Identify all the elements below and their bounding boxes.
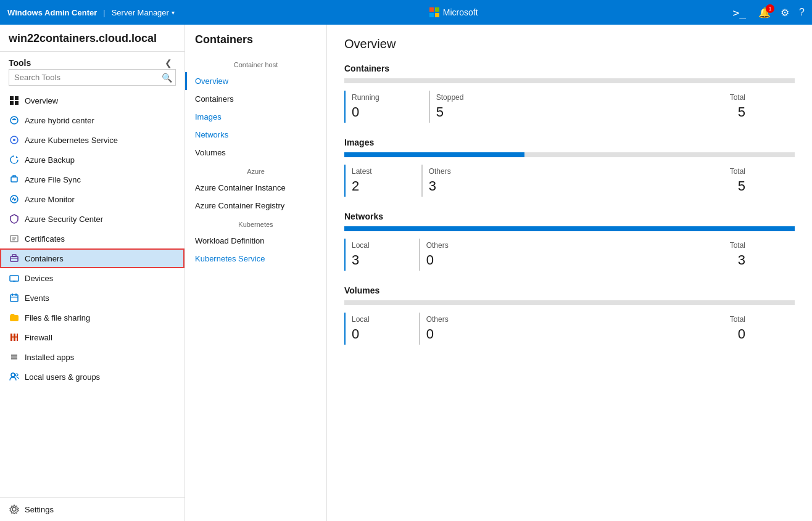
tools-header: Tools bbox=[9, 58, 161, 68]
sidebar-item-azure-k8s[interactable]: Azure Kubernetes Service bbox=[0, 130, 184, 150]
sidebar-item-azure-filesync[interactable]: Azure File Sync bbox=[0, 170, 184, 189]
images-others-label: Others bbox=[429, 167, 451, 176]
running-label: Running bbox=[352, 93, 379, 102]
monitor-icon bbox=[9, 194, 20, 205]
files-icon bbox=[9, 312, 20, 323]
stopped-label: Stopped bbox=[436, 93, 464, 102]
sidebar-item-overview[interactable]: Overview bbox=[0, 91, 184, 110]
notifications-icon[interactable]: 🔔 1 bbox=[758, 7, 771, 18]
sidebar-label-overview: Overview bbox=[25, 96, 176, 105]
app-title: Windows Admin Center bbox=[7, 8, 97, 17]
certificates-icon bbox=[9, 233, 20, 244]
volumes-others-label: Others bbox=[426, 315, 449, 324]
containers-nav-overview[interactable]: Overview bbox=[185, 72, 326, 90]
images-total-label: Total bbox=[730, 167, 745, 176]
containers-sub-panel: Containers Container host Overview Conta… bbox=[185, 25, 327, 521]
containers-nav-images[interactable]: Images bbox=[185, 108, 326, 126]
sidebar-item-local-users[interactable]: Local users & groups bbox=[0, 367, 184, 387]
svg-point-28 bbox=[15, 374, 18, 376]
sidebar-label-local-users: Local users & groups bbox=[25, 372, 176, 382]
sidebar-label-certificates: Certificates bbox=[25, 234, 176, 244]
sidebar-label-devices: Devices bbox=[25, 274, 176, 283]
firewall-icon bbox=[9, 332, 20, 343]
containers-total-value: 5 bbox=[730, 104, 745, 120]
networks-others-label: Others bbox=[426, 241, 449, 250]
containers-nav-containers[interactable]: Containers bbox=[185, 90, 326, 108]
microsoft-logo: Microsoft bbox=[429, 7, 478, 17]
networks-local-label: Local bbox=[352, 241, 370, 250]
sidebar-label-firewall: Firewall bbox=[25, 333, 176, 342]
sidebar-label-containers: Containers bbox=[25, 254, 176, 263]
containers-nav-acr[interactable]: Azure Container Registry bbox=[185, 197, 326, 215]
collapse-panel-button[interactable]: ❮ bbox=[161, 57, 176, 69]
sidebar-item-settings[interactable]: Settings bbox=[0, 497, 184, 521]
containers-running: Running 0 bbox=[344, 91, 392, 123]
settings-icon[interactable]: ⚙ bbox=[781, 7, 789, 18]
networks-total-label: Total bbox=[730, 241, 745, 250]
ms-logo-icon bbox=[429, 7, 439, 17]
containers-total-label: Total bbox=[730, 93, 745, 102]
networks-others-value: 0 bbox=[426, 252, 449, 268]
search-icon[interactable]: 🔍 bbox=[162, 73, 172, 83]
sidebar-label-events: Events bbox=[25, 293, 176, 303]
volumes-total-label: Total bbox=[730, 315, 745, 324]
overview-title: Overview bbox=[344, 37, 795, 51]
containers-nav-k8s-service[interactable]: Kubernetes Service bbox=[185, 250, 326, 268]
containers-nav-workload[interactable]: Workload Definition bbox=[185, 232, 326, 250]
volumes-stats-row: Local 0 Others 0 Total 0 bbox=[344, 313, 795, 345]
settings-gear-icon bbox=[9, 504, 20, 515]
svg-point-29 bbox=[12, 507, 16, 511]
command-prompt-icon[interactable]: >_ bbox=[732, 6, 746, 19]
section-title-networks: Networks bbox=[344, 211, 795, 221]
server-manager-button[interactable]: Server Manager ▾ bbox=[112, 8, 175, 17]
containers-nav-aci[interactable]: Azure Container Instance bbox=[185, 179, 326, 197]
sidebar-item-events[interactable]: Events bbox=[0, 288, 184, 308]
latest-value: 2 bbox=[352, 178, 372, 194]
svg-rect-13 bbox=[12, 255, 16, 256]
section-label-azure: Azure bbox=[185, 162, 326, 179]
section-label-container-host: Container host bbox=[185, 55, 326, 72]
svg-rect-23 bbox=[10, 336, 18, 338]
containers-stopped: Stopped 5 bbox=[429, 91, 476, 123]
sidebar-item-azure-hybrid[interactable]: Azure hybrid center bbox=[0, 110, 184, 130]
containers-nav-volumes[interactable]: Volumes bbox=[185, 144, 326, 162]
networks-others: Others 0 bbox=[419, 239, 461, 271]
volumes-local: Local 0 bbox=[344, 313, 382, 345]
images-latest: Latest 2 bbox=[344, 165, 384, 197]
help-icon[interactable]: ? bbox=[799, 7, 805, 18]
k8s-icon bbox=[9, 134, 20, 146]
sidebar-item-files[interactable]: Files & file sharing bbox=[0, 308, 184, 327]
sidebar-item-firewall[interactable]: Firewall bbox=[0, 327, 184, 347]
svg-rect-16 bbox=[10, 295, 18, 302]
sidebar-label-azure-backup: Azure Backup bbox=[25, 155, 176, 165]
svg-rect-9 bbox=[10, 236, 18, 242]
containers-stats-row: Running 0 Stopped 5 Total 5 bbox=[344, 91, 795, 123]
sidebar-item-azure-security[interactable]: Azure Security Center bbox=[0, 209, 184, 229]
sidebar-item-installed-apps[interactable]: Installed apps bbox=[0, 347, 184, 367]
stopped-value: 5 bbox=[436, 104, 464, 120]
devices-icon bbox=[9, 273, 20, 284]
images-others: Others 3 bbox=[421, 165, 463, 197]
backup-icon bbox=[9, 154, 20, 165]
overview-icon bbox=[9, 95, 20, 106]
topbar-center: Microsoft bbox=[175, 7, 733, 17]
svg-rect-0 bbox=[10, 96, 14, 100]
containers-nav-networks[interactable]: Networks bbox=[185, 126, 326, 144]
section-title-containers: Containers bbox=[344, 64, 795, 73]
svg-rect-2 bbox=[10, 101, 14, 105]
containers-progress-bar bbox=[344, 78, 795, 83]
volumes-others: Others 0 bbox=[419, 313, 461, 345]
images-total-value: 5 bbox=[730, 178, 745, 194]
svg-rect-1 bbox=[15, 96, 19, 100]
volumes-local-label: Local bbox=[352, 315, 370, 324]
volumes-total: Total 0 bbox=[730, 313, 758, 345]
search-input[interactable] bbox=[9, 69, 176, 86]
sidebar-label-azure-security: Azure Security Center bbox=[25, 215, 176, 224]
sidebar-item-containers[interactable]: Containers bbox=[0, 248, 184, 268]
svg-point-6 bbox=[13, 139, 15, 141]
images-progress-bar bbox=[344, 152, 795, 157]
sidebar-item-azure-monitor[interactable]: Azure Monitor bbox=[0, 189, 184, 209]
sidebar-item-certificates[interactable]: Certificates bbox=[0, 229, 184, 248]
sidebar-item-azure-backup[interactable]: Azure Backup bbox=[0, 150, 184, 170]
sidebar-item-devices[interactable]: Devices bbox=[0, 268, 184, 288]
